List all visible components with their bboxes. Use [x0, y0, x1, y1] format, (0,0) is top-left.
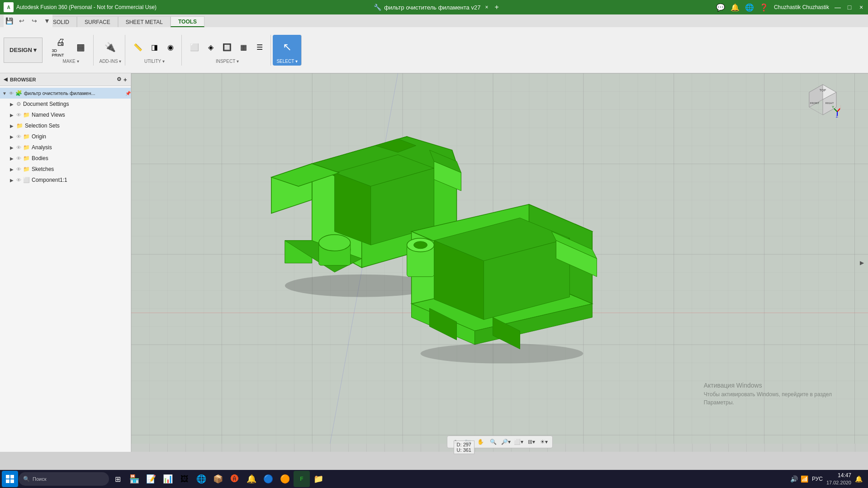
vp-env-btn[interactable]: ☀▾ — [539, 437, 550, 447]
inspect-icon2[interactable]: ◈ — [204, 40, 218, 54]
taskbar-word-app[interactable]: 📝 — [143, 471, 159, 487]
svg-text:X: X — [840, 105, 841, 109]
coords-display: D: 297 U: 361 — [454, 441, 474, 454]
task-view-btn[interactable]: ⊞ — [109, 471, 126, 487]
eye-icon-bodies: 👁 — [16, 156, 21, 161]
taskbar-photos-app[interactable]: 🖼 — [176, 471, 193, 487]
title-bar-right: 💬 🔔 🌐 ❓ Chuzhastik Chuzhastik — □ × — [716, 3, 864, 12]
inspect-icon1[interactable]: ⬜ — [187, 40, 202, 54]
vp-display-mode-btn[interactable]: ⬜▾ — [513, 437, 524, 447]
vp-zoom-btn[interactable]: 🔍 — [488, 437, 499, 447]
window-close-btn[interactable]: × — [858, 4, 864, 10]
svg-line-48 — [837, 109, 840, 112]
chat-icon[interactable]: 💬 — [716, 3, 725, 12]
tab-sheet-metal[interactable]: SHEET METAL — [118, 16, 171, 27]
addins-icon[interactable]: 🔌 — [101, 38, 119, 56]
right-collapse-btn[interactable]: ▶ — [857, 258, 866, 267]
analysis-arrow: ▶ — [9, 145, 14, 150]
tree-item-bodies[interactable]: ▶ 👁 📁 Bodies — [0, 153, 131, 164]
make-3d-print-icon[interactable]: 🖨 3D PRINT — [52, 38, 70, 56]
svg-text:RIGHT: RIGHT — [825, 102, 834, 104]
browser-collapse-icon[interactable]: ◀ — [4, 76, 7, 82]
eye-icon-analysis: 👁 — [16, 145, 21, 150]
redo-btn[interactable]: ↪ — [29, 15, 40, 26]
toolbar-group-utility: 📏 ◨ ◉ UTILITY ▾ — [127, 35, 182, 66]
vp-zoom-dropdown[interactable]: 🔎▾ — [501, 437, 512, 447]
eye-icon-root: 👁 — [9, 91, 14, 96]
speaker-icon[interactable]: 🔊 — [790, 475, 798, 483]
browser-tree: ▼ 👁 🧩 фильтр очиститель филамен... 📌 ▶ ⚙… — [0, 86, 131, 452]
clock-display[interactable]: 14:47 17.02.2020 — [826, 472, 851, 486]
globe-icon[interactable]: 🌐 — [745, 3, 754, 12]
taskbar-fusion-app[interactable]: F — [294, 471, 310, 487]
vp-pan-btn[interactable]: ✋ — [475, 437, 486, 447]
taskbar-app9[interactable]: 🔵 — [260, 471, 276, 487]
coord-u: U: 361 — [457, 447, 471, 453]
make-options-icon[interactable]: ▦ — [71, 38, 90, 56]
notification-btn[interactable]: 🔔 — [855, 475, 863, 483]
bodies-arrow: ▶ — [9, 156, 14, 161]
browser-settings-icon[interactable]: ⚙ — [117, 76, 122, 83]
taskbar-store-app[interactable]: 🏪 — [126, 471, 142, 487]
tree-item-named-views[interactable]: ▶ 👁 📁 Named Views — [0, 109, 131, 120]
main-layout: ◀ BROWSER ⚙ + ▼ 👁 🧩 фильтр очиститель фи… — [0, 73, 868, 452]
utility-interference-icon[interactable]: ◉ — [163, 40, 178, 54]
inspect-icon4[interactable]: ▦ — [236, 40, 251, 54]
title-bar-center: 🔧 фильтр очиститель филамента v27 × + — [374, 3, 498, 11]
user-name[interactable]: Chuzhastik Chuzhastik — [774, 4, 829, 10]
undo-btn[interactable]: ↩ — [16, 15, 27, 26]
taskbar: 🔍 Поиск ⊞ 🏪 📝 📊 🖼 🌐 📦 🅐 🔔 🔵 🟠 F 📁 🔊 📶 РУ… — [0, 470, 868, 488]
viewport[interactable]: TOP RIGHT FRONT X Y Z Активация Windows … — [131, 73, 868, 452]
inspect-icon5[interactable]: ☰ — [252, 40, 267, 54]
taskbar-excel-app[interactable]: 📊 — [160, 471, 176, 487]
toolbar-group-select: ↖ SELECT ▾ — [273, 35, 302, 66]
tree-item-origin[interactable]: ▶ 👁 📁 Origin — [0, 131, 131, 142]
minimize-btn[interactable]: — — [835, 4, 841, 10]
tree-item-selection-sets[interactable]: ▶ 📁 Selection Sets — [0, 120, 131, 131]
taskbar-blender-app[interactable]: 🟠 — [277, 471, 293, 487]
network-icon[interactable]: 📶 — [801, 475, 808, 483]
tab-surface[interactable]: SURFACE — [77, 16, 118, 27]
search-icon: 🔍 — [23, 476, 30, 482]
close-file-btn[interactable]: × — [485, 4, 488, 10]
design-button[interactable]: DESIGN ▾ — [4, 38, 43, 63]
taskbar-notification-area: 🔊 📶 РУС 14:47 17.02.2020 🔔 — [790, 472, 866, 486]
tree-item-analysis[interactable]: ▶ 👁 📁 Analysis — [0, 142, 131, 153]
bell-icon[interactable]: 🔔 — [730, 3, 740, 12]
taskbar-app8[interactable]: 🔔 — [243, 471, 260, 487]
eye-icon-component1: 👁 — [16, 177, 21, 183]
inspect-icon3[interactable]: 🔲 — [220, 40, 234, 54]
tree-item-doc-settings[interactable]: ▶ ⚙ Document Settings — [0, 99, 131, 109]
tab-tools[interactable]: TOOLS — [171, 16, 204, 27]
toolbar-group-inspect: ⬜ ◈ 🔲 ▦ ☰ INSPECT ▾ — [184, 35, 271, 66]
utility-measure-icon[interactable]: 📏 — [131, 40, 145, 54]
taskbar-app7[interactable]: 🅐 — [227, 471, 243, 487]
taskbar-app6[interactable]: 📦 — [210, 471, 226, 487]
tree-item-component1[interactable]: ▶ 👁 ⬜ Component1:1 — [0, 175, 131, 185]
taskbar-search[interactable]: 🔍 Поиск — [19, 472, 109, 486]
title-bar-left: A Autodesk Fusion 360 (Personal - Not fo… — [4, 2, 157, 12]
language-indicator[interactable]: РУС — [812, 476, 823, 482]
title-bar: A Autodesk Fusion 360 (Personal - Not fo… — [0, 0, 868, 14]
start-button[interactable] — [2, 471, 18, 487]
browser-add-icon[interactable]: + — [123, 76, 127, 83]
utility-section-icon[interactable]: ◨ — [147, 40, 161, 54]
tree-item-sketches[interactable]: ▶ 👁 📁 Sketches — [0, 164, 131, 175]
add-file-btn[interactable]: + — [494, 3, 498, 11]
save-btn[interactable]: 💾 — [4, 15, 14, 26]
maximize-btn[interactable]: □ — [846, 4, 853, 10]
taskbar-chrome-app[interactable]: 🌐 — [193, 471, 209, 487]
svg-line-50 — [834, 109, 837, 112]
root-arrow: ▼ — [2, 90, 7, 96]
taskbar-files-app[interactable]: 📁 — [310, 471, 327, 487]
tree-item-root[interactable]: ▼ 👁 🧩 фильтр очиститель филамен... 📌 — [0, 88, 131, 99]
help-icon[interactable]: ❓ — [759, 3, 768, 12]
named-views-arrow: ▶ — [9, 112, 14, 118]
qa-dropdown-btn[interactable]: ▼ — [42, 15, 52, 26]
select-cursor-icon[interactable]: ↖ — [278, 38, 296, 56]
browser-panel: ◀ BROWSER ⚙ + ▼ 👁 🧩 фильтр очиститель фи… — [0, 73, 131, 452]
doc-settings-arrow: ▶ — [9, 101, 14, 107]
file-title: фильтр очиститель филамента v27 — [384, 4, 480, 11]
view-cube[interactable]: TOP RIGHT FRONT X Y Z — [805, 82, 841, 118]
vp-grid-btn[interactable]: ⊞▾ — [526, 437, 537, 447]
